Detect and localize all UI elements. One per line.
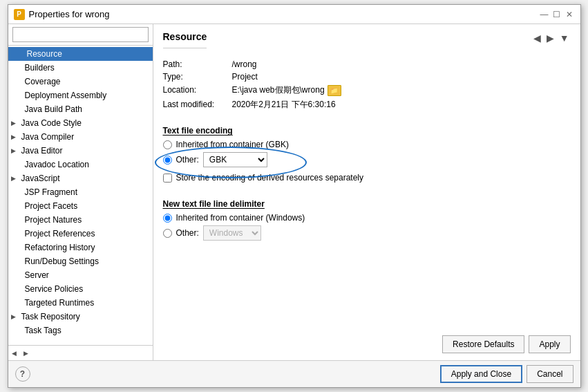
sidebar-item-project-facets[interactable]: Project Facets <box>8 199 153 213</box>
apply-button[interactable]: Apply <box>529 335 570 353</box>
delimiter-section-title: New text file line delimiter <box>163 199 571 209</box>
inherited-encoding-row: Inherited from container (GBK) <box>163 140 571 149</box>
search-input[interactable] <box>12 27 149 42</box>
delimiter-section: New text file line delimiter Inherited f… <box>163 192 571 243</box>
sidebar-item-label: Targeted Runtimes <box>25 298 95 308</box>
cancel-button[interactable]: Cancel <box>527 365 573 383</box>
help-button[interactable]: ? <box>15 366 30 382</box>
sidebar-item-service-policies[interactable]: Service Policies <box>8 282 153 296</box>
other-delimiter-row: Other: Windows Unix Mac OS 9 <box>163 225 571 241</box>
sidebar-item-label: Java Editor <box>21 146 63 156</box>
content-actions: Restore Defaults Apply <box>163 321 571 353</box>
sidebar-item-deployment-assembly[interactable]: Deployment Assembly <box>8 88 153 102</box>
bottom-bar: ? Apply and Close Cancel <box>8 360 580 387</box>
location-value: E:\java web假期包\wrong <box>232 84 325 96</box>
sidebar-item-server[interactable]: Server <box>8 268 153 282</box>
sidebar-item-run-debug-settings[interactable]: Run/Debug Settings <box>8 254 153 268</box>
last-modified-value: 2020年2月21日 下午6:30:16 <box>232 99 571 111</box>
sidebar-bottom: ◀ ▶ <box>8 345 153 360</box>
sidebar-item-label: Project Natures <box>25 215 82 225</box>
encoding-section-title: Text file encoding <box>163 126 571 136</box>
inherited-delimiter-label: Inherited from container (Windows) <box>176 213 305 223</box>
sidebar-item-project-natures[interactable]: Project Natures <box>8 213 153 227</box>
sidebar-forward-button[interactable]: ▶ <box>21 349 30 357</box>
sidebar-item-java-code-style[interactable]: ▶ Java Code Style <box>8 116 153 130</box>
path-label: Path: <box>163 59 232 69</box>
content-back-button[interactable]: ◀ <box>532 31 542 45</box>
expand-arrow: ▶ <box>11 147 19 154</box>
other-delimiter-radio[interactable] <box>163 229 172 238</box>
apply-and-close-button[interactable]: Apply and Close <box>440 365 522 383</box>
sidebar-item-builders[interactable]: Builders <box>8 61 153 75</box>
location-row: Location: E:\java web假期包\wrong 📁 <box>163 84 571 96</box>
last-modified-label: Last modified: <box>163 100 232 109</box>
bottom-right: Apply and Close Cancel <box>440 365 573 383</box>
sidebar-item-resource[interactable]: Resource <box>8 47 153 61</box>
expand-arrow: ▶ <box>11 313 19 320</box>
dialog-icon: P <box>14 9 25 20</box>
expand-arrow: ▶ <box>11 120 19 127</box>
title-bar-left: P Properties for wrong <box>14 9 110 20</box>
sidebar-back-button[interactable]: ◀ <box>10 349 19 357</box>
sidebar-item-java-editor[interactable]: ▶ Java Editor <box>8 144 153 158</box>
sidebar-item-label: Javadoc Location <box>25 160 89 169</box>
other-delimiter-label: Other: <box>176 228 199 238</box>
other-encoding-radio[interactable] <box>163 156 172 165</box>
inherited-encoding-radio[interactable] <box>163 140 172 149</box>
inherited-encoding-label: Inherited from container (GBK) <box>176 140 289 149</box>
sidebar-item-refactoring-history[interactable]: Refactoring History <box>8 241 153 254</box>
encoding-select[interactable]: GBK UTF-8 ISO-8859-1 <box>203 152 267 167</box>
title-bar: P Properties for wrong — ☐ ✕ <box>8 5 580 24</box>
maximize-button[interactable]: ☐ <box>551 9 562 20</box>
location-value-container: E:\java web假期包\wrong 📁 <box>232 84 571 96</box>
type-value: Project <box>232 72 571 82</box>
sidebar-item-project-references[interactable]: Project References <box>8 227 153 241</box>
sidebar-item-label: Coverage <box>25 77 61 86</box>
bottom-left: ? <box>15 366 30 382</box>
store-encoding-checkbox[interactable] <box>163 174 172 183</box>
sidebar-item-label: Service Policies <box>25 284 84 294</box>
sidebar-item-task-tags[interactable]: Task Tags <box>8 324 153 337</box>
nav-arrows: ◀ ▶ ▼ <box>532 31 571 45</box>
sidebar-item-jsp-fragment[interactable]: JSP Fragment <box>8 185 153 199</box>
sidebar-item-label: Java Compiler <box>21 132 75 142</box>
inherited-delimiter-radio[interactable] <box>163 214 172 223</box>
content-forward-button[interactable]: ▶ <box>545 31 556 45</box>
store-encoding-label: Store the encoding of derived resources … <box>176 173 364 183</box>
content-title: Resource <box>163 31 207 48</box>
sidebar-item-javascript[interactable]: ▶ JavaScript <box>8 171 153 185</box>
content-panel: Resource ◀ ▶ ▼ Path: /wrong Type: Projec… <box>153 24 580 360</box>
sidebar-item-label: Refactoring History <box>25 243 95 252</box>
minimize-button[interactable]: — <box>539 9 550 20</box>
sidebar-item-label: Java Build Path <box>25 104 82 114</box>
location-label: Location: <box>163 85 232 95</box>
sidebar-item-java-compiler[interactable]: ▶ Java Compiler <box>8 130 153 144</box>
expand-arrow: ▶ <box>11 133 19 140</box>
sidebar-item-java-build-path[interactable]: Java Build Path <box>8 102 153 116</box>
title-controls: — ☐ ✕ <box>539 9 575 20</box>
other-encoding-label: Other: <box>176 155 199 165</box>
sidebar-item-task-repository[interactable]: ▶ Task Repository <box>8 310 153 324</box>
browse-location-button[interactable]: 📁 <box>328 85 341 96</box>
sidebar-item-javadoc-location[interactable]: Javadoc Location <box>8 158 153 171</box>
restore-defaults-button[interactable]: Restore Defaults <box>442 335 524 353</box>
sidebar-tree: Resource Builders Coverage Deployment As… <box>8 46 153 345</box>
type-row: Type: Project <box>163 72 571 82</box>
dialog-body: Resource Builders Coverage Deployment As… <box>8 24 580 360</box>
sidebar-item-label: Server <box>25 270 49 280</box>
properties-dialog: P Properties for wrong — ☐ ✕ Resource <box>8 4 581 388</box>
sidebar-item-label: JSP Fragment <box>25 187 77 197</box>
sidebar-item-label: Run/Debug Settings <box>25 256 99 266</box>
content-menu-button[interactable]: ▼ <box>558 31 571 45</box>
sidebar-item-targeted-runtimes[interactable]: Targeted Runtimes <box>8 296 153 310</box>
store-encoding-row: Store the encoding of derived resources … <box>163 173 571 183</box>
sidebar-item-coverage[interactable]: Coverage <box>8 75 153 88</box>
inherited-delimiter-row: Inherited from container (Windows) <box>163 213 571 223</box>
sidebar-item-label: Project References <box>25 229 95 239</box>
delimiter-select[interactable]: Windows Unix Mac OS 9 <box>203 225 261 241</box>
close-button[interactable]: ✕ <box>564 9 575 20</box>
sidebar-item-label: Task Repository <box>21 312 80 321</box>
sidebar-item-label: Project Facets <box>25 201 78 211</box>
other-encoding-row: Other: GBK UTF-8 ISO-8859-1 <box>163 152 267 167</box>
sidebar-item-label: Builders <box>25 63 55 73</box>
